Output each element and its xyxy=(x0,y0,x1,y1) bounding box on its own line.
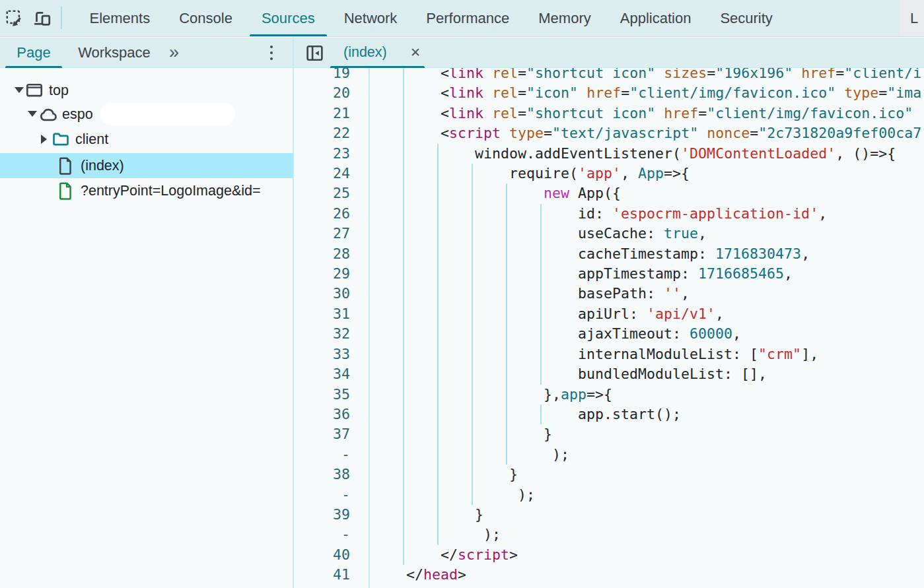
close-tab-icon[interactable]: ✕ xyxy=(410,38,421,69)
code-line[interactable]: useCache: true, xyxy=(406,224,707,244)
line-number[interactable]: 24 xyxy=(293,164,350,183)
line-number[interactable]: 32 xyxy=(293,324,350,344)
code-row[interactable]: 40</script> xyxy=(293,545,924,565)
code-row[interactable]: 25new App({ xyxy=(293,183,924,203)
code-line[interactable]: } xyxy=(406,465,518,484)
code-row[interactable]: -); xyxy=(293,485,924,505)
line-number[interactable]: 29 xyxy=(293,264,350,284)
code-line[interactable]: ); xyxy=(406,525,501,544)
tree-item-entrypoint-logoimage-id[interactable]: ?entryPoint=LogoImage&id= xyxy=(0,178,293,203)
line-number[interactable]: 26 xyxy=(293,204,350,224)
line-number[interactable]: 37 xyxy=(293,424,350,444)
code-row[interactable]: 33internalModuleList: ["crm"], xyxy=(293,344,924,364)
code-row[interactable]: 20<link rel="icon" href="client/img/favi… xyxy=(293,83,924,103)
code-line[interactable]: apiUrl: 'api/v1', xyxy=(406,304,724,324)
code-line[interactable]: <script type="text/javascript" nonce="2c… xyxy=(406,123,921,143)
line-number[interactable]: 25 xyxy=(293,183,350,203)
tab-page[interactable]: Page xyxy=(5,38,62,69)
code-row[interactable]: 41</head> xyxy=(293,565,924,585)
code-line[interactable]: appTimestamp: 1716685465, xyxy=(406,264,793,284)
inspect-element-button[interactable] xyxy=(0,0,29,36)
code-row[interactable]: 22<script type="text/javascript" nonce="… xyxy=(293,123,924,143)
code-line[interactable]: </script> xyxy=(406,545,518,565)
code-row[interactable]: 24require('app', App=>{ xyxy=(293,164,924,183)
file-tab-index[interactable]: (index) ✕ xyxy=(330,38,425,69)
code-row[interactable]: -); xyxy=(293,525,924,544)
line-number[interactable]: 28 xyxy=(293,244,350,264)
code-line[interactable]: cacheTimestamp: 1716830473, xyxy=(406,244,810,264)
line-number[interactable]: 33 xyxy=(293,344,350,364)
tab-performance[interactable]: Performance xyxy=(411,0,524,36)
code-line[interactable]: require('app', App=>{ xyxy=(406,164,690,183)
line-number[interactable]: 36 xyxy=(293,405,350,424)
line-number[interactable]: 39 xyxy=(293,505,350,525)
line-number[interactable]: 31 xyxy=(293,304,350,324)
code-row[interactable]: 27useCache: true, xyxy=(293,224,924,244)
code-line[interactable]: ); xyxy=(406,445,569,465)
line-number[interactable]: 30 xyxy=(293,284,350,304)
code-row[interactable]: 30basePath: '', xyxy=(293,284,924,304)
device-toolbar-button[interactable] xyxy=(29,0,55,36)
code-row[interactable]: 31apiUrl: 'api/v1', xyxy=(293,304,924,324)
line-number[interactable]: 34 xyxy=(293,364,350,384)
tab-network[interactable]: Network xyxy=(330,0,412,36)
tab-security[interactable]: Security xyxy=(705,0,787,36)
code-row[interactable]: 39} xyxy=(293,505,924,525)
tab-console[interactable]: Console xyxy=(164,0,247,36)
line-number[interactable]: - xyxy=(293,485,350,505)
tab-sources[interactable]: Sources xyxy=(247,0,330,36)
code-line[interactable]: basePath: '', xyxy=(406,284,690,304)
tab-elements[interactable]: Elements xyxy=(75,0,165,36)
code-row[interactable]: 23window.addEventListener('DOMContentLoa… xyxy=(293,144,924,164)
line-number[interactable]: 35 xyxy=(293,385,350,405)
code-line[interactable]: ); xyxy=(406,485,535,505)
panel-divider[interactable] xyxy=(293,37,294,588)
code-row[interactable]: 26id: 'espocrm-application-id', xyxy=(293,204,924,224)
line-number[interactable]: 38 xyxy=(293,465,350,484)
line-number[interactable]: - xyxy=(293,525,350,544)
code-line[interactable]: } xyxy=(406,424,552,444)
code-line[interactable]: ajaxTimeout: 60000, xyxy=(406,324,741,344)
code-row[interactable]: 37} xyxy=(293,424,924,444)
code-row[interactable]: 36app.start(); xyxy=(293,405,924,424)
expander-open-icon[interactable] xyxy=(28,111,37,117)
tab-application[interactable]: Application xyxy=(606,0,706,36)
code-line[interactable]: app.start(); xyxy=(406,405,681,424)
line-number[interactable]: 41 xyxy=(293,565,350,585)
code-row[interactable]: 21<link rel="shortcut icon" href="client… xyxy=(293,104,924,123)
code-line[interactable]: internalModuleList: ["crm"], xyxy=(406,344,818,364)
code-line[interactable]: new App({ xyxy=(406,183,621,203)
code-line[interactable]: },app=>{ xyxy=(406,385,612,405)
code-line[interactable]: window.addEventListener('DOMContentLoade… xyxy=(406,144,896,164)
line-number[interactable]: - xyxy=(293,445,350,465)
code-row[interactable]: -); xyxy=(293,445,924,465)
code-row[interactable]: 34bundledModuleList: [], xyxy=(293,364,924,384)
line-number[interactable]: 20 xyxy=(293,83,350,103)
tree-item-client[interactable]: client xyxy=(0,127,293,152)
code-row[interactable]: 28cacheTimestamp: 1716830473, xyxy=(293,244,924,264)
tree-item-espo[interactable]: espo xyxy=(0,102,293,127)
more-tabs-icon[interactable]: » xyxy=(169,38,179,69)
line-number[interactable]: 27 xyxy=(293,224,350,244)
code-row[interactable]: 32ajaxTimeout: 60000, xyxy=(293,324,924,344)
tree-item-index[interactable]: (index) xyxy=(0,153,293,178)
line-number[interactable]: 40 xyxy=(293,545,350,565)
more-options-icon[interactable] xyxy=(262,38,281,69)
line-number[interactable]: 23 xyxy=(293,144,350,164)
expander-closed-icon[interactable] xyxy=(41,135,47,144)
code-line[interactable]: id: 'espocrm-application-id', xyxy=(406,204,827,224)
code-line[interactable]: </head> xyxy=(406,565,466,585)
expander-open-icon[interactable] xyxy=(15,87,24,93)
tab-memory[interactable]: Memory xyxy=(524,0,605,36)
code-row[interactable]: 29appTimestamp: 1716685465, xyxy=(293,264,924,284)
tree-item-top[interactable]: top xyxy=(0,78,293,103)
tab-lighthouse-partial[interactable]: L xyxy=(900,0,924,36)
code-line[interactable]: bundledModuleList: [], xyxy=(406,364,767,384)
code-row[interactable]: 38} xyxy=(293,465,924,484)
navigator-toggle-button[interactable] xyxy=(304,43,325,64)
line-number[interactable]: 22 xyxy=(293,123,350,143)
code-line[interactable]: <link rel="icon" href="client/img/favico… xyxy=(406,83,921,103)
code-line[interactable]: } xyxy=(406,505,483,525)
code-row[interactable]: 35},app=>{ xyxy=(293,385,924,405)
tab-workspace[interactable]: Workspace xyxy=(71,38,157,69)
